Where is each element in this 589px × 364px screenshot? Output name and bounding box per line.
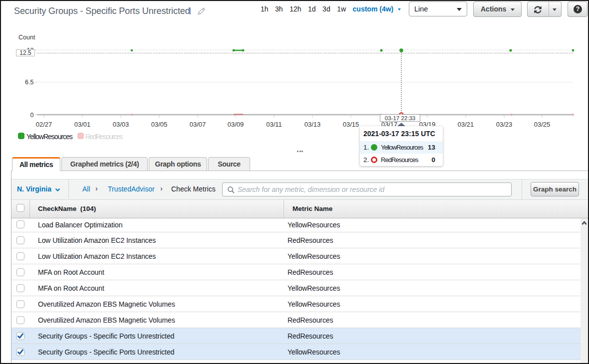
svg-text:03/01: 03/01 [74, 121, 91, 128]
svg-text:03/13: 03/13 [304, 121, 321, 128]
svg-text:03/09: 03/09 [228, 121, 244, 128]
svg-text:6.5: 6.5 [25, 79, 33, 86]
svg-text:03/07: 03/07 [190, 121, 206, 128]
svg-text:03/23: 03/23 [496, 121, 513, 128]
svg-text:03/25: 03/25 [534, 121, 551, 128]
svg-text:Count: Count [18, 34, 35, 41]
svg-text:03/15: 03/15 [343, 121, 359, 128]
svg-text:03/05: 03/05 [151, 121, 168, 128]
svg-text:02/27: 02/27 [36, 121, 52, 128]
svg-text:03/03: 03/03 [113, 121, 129, 128]
svg-text:0: 0 [30, 112, 34, 119]
svg-text:03/21: 03/21 [458, 121, 474, 128]
svg-text:03/11: 03/11 [266, 121, 282, 128]
